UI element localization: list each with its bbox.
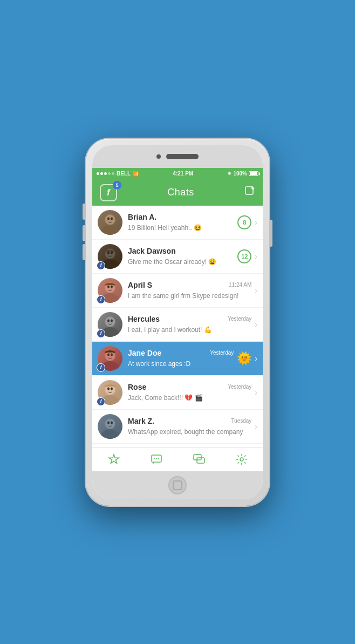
status-left: BELL 📶 xyxy=(97,171,139,177)
compose-button[interactable] xyxy=(244,186,255,199)
chat-content-jack: Jack Dawson Give me the Oscar already! 😩 xyxy=(128,247,234,266)
fb-icon[interactable]: f 5 xyxy=(100,184,117,201)
chat-item-miranda[interactable]: Miranda Grey 13/3/14 › xyxy=(92,444,263,448)
chat-item-jack[interactable]: f Jack Dawson Give me the Oscar already!… xyxy=(92,240,263,274)
unread-badge-brian: 8 xyxy=(237,215,251,229)
avatar-wrap-jack: f xyxy=(98,244,122,269)
chat-item-brian[interactable]: Brian A. 19 Billion! Hell yeahh.. 😆 8 › xyxy=(92,206,263,240)
chevron-jack: › xyxy=(255,252,257,261)
signal-dots xyxy=(97,172,114,175)
bluetooth-icon: ✴ xyxy=(227,171,231,177)
svg-point-22 xyxy=(107,319,110,322)
chat-right-hercules: › xyxy=(255,320,257,329)
chat-item-hercules[interactable]: f Hercules Yesterday I eat, I play and I… xyxy=(92,308,263,342)
svg-point-33 xyxy=(111,387,113,390)
fb-badge: 5 xyxy=(113,181,121,189)
svg-point-12 xyxy=(107,251,110,254)
chat-name-row-hercules: Hercules Yesterday xyxy=(128,315,251,323)
svg-point-38 xyxy=(111,421,113,424)
chat-item-mark[interactable]: Mark Z. Tuesday WhatsApp expired, bought… xyxy=(92,410,263,444)
sun-emoji: 🌞 xyxy=(237,351,251,365)
chat-list: Brian A. 19 Billion! Hell yeahh.. 😆 8 › xyxy=(92,206,263,448)
nav-settings[interactable] xyxy=(236,453,248,465)
signal-dot-2 xyxy=(100,172,103,175)
chat-right-april: › xyxy=(255,286,257,295)
chat-preview-mark: WhatsApp expired, bought the company xyxy=(128,428,243,436)
svg-point-6 xyxy=(105,215,115,225)
header-title: Chats xyxy=(167,187,194,198)
signal-dot-5 xyxy=(112,172,114,175)
chevron-brian: › xyxy=(255,218,257,227)
nav-favorites[interactable] xyxy=(108,453,120,465)
svg-point-45 xyxy=(154,458,155,459)
fb-badge-rose: f xyxy=(97,397,105,406)
svg-point-46 xyxy=(156,458,157,459)
chevron-mark: › xyxy=(255,422,257,431)
chat-time-rose: Yesterday xyxy=(228,384,251,390)
svg-point-13 xyxy=(111,251,113,254)
svg-point-36 xyxy=(105,419,115,429)
svg-point-47 xyxy=(158,458,159,459)
chat-name-jane: Jane Doe xyxy=(128,349,161,357)
status-time: 4:21 PM xyxy=(173,171,193,177)
chat-name-row-mark: Mark Z. Tuesday xyxy=(128,417,251,425)
chat-time-mark: Tuesday xyxy=(231,418,251,424)
svg-rect-48 xyxy=(194,455,201,460)
chat-name-row-jane: Jane Doe Yesterday xyxy=(128,349,234,357)
fb-badge-hercules: f xyxy=(97,329,105,338)
chat-name-rose: Rose xyxy=(128,383,146,391)
avatar-wrap-jane: f xyxy=(98,346,122,371)
chat-preview-rose: Jack, Come back!!! 💔 🎬 xyxy=(128,394,203,402)
svg-point-28 xyxy=(111,353,113,356)
chat-item-april[interactable]: f April S 11:24 AM I am the same girl fr… xyxy=(92,274,263,308)
chat-content-hercules: Hercules Yesterday I eat, I play and I w… xyxy=(128,315,251,334)
chat-content-april: April S 11:24 AM I am the same girl frm … xyxy=(128,281,251,300)
phone-top-bar xyxy=(92,145,263,168)
avatar-mark xyxy=(98,414,122,439)
avatar-wrap-rose: f xyxy=(98,380,122,405)
chat-preview-april: I am the same girl frm Skype redesign! xyxy=(128,292,238,300)
carrier-label: BELL xyxy=(117,171,131,177)
chat-name-row-brian: Brian A. xyxy=(128,213,234,221)
avatar-brian xyxy=(98,210,122,235)
camera-dot xyxy=(156,154,161,159)
battery-label: 100% xyxy=(233,171,247,177)
avatar-wrap-mark xyxy=(98,414,122,439)
chat-right-rose: › xyxy=(255,388,257,397)
phone-bottom-bar xyxy=(92,471,263,499)
chat-right-jane: 🌞 › xyxy=(237,351,257,365)
chat-right-mark: › xyxy=(255,422,257,431)
status-bar: BELL 📶 4:21 PM ✴ 100% xyxy=(92,168,263,180)
svg-point-23 xyxy=(111,319,113,322)
fb-badge-jack: f xyxy=(97,261,105,270)
fb-badge-jane: f xyxy=(97,363,105,372)
chat-time-hercules: Yesterday xyxy=(228,316,251,322)
chat-preview-jane: At work since ages :D xyxy=(128,360,190,368)
chat-item-rose[interactable]: f Rose Yesterday Jack, Come back!!! 💔 🎬 … xyxy=(92,376,263,410)
home-button-inner xyxy=(173,480,182,490)
signal-dot-4 xyxy=(108,172,111,175)
chat-content-jane: Jane Doe Yesterday At work since ages :D xyxy=(128,349,234,368)
chat-name-hercules: Hercules xyxy=(128,315,160,323)
svg-point-8 xyxy=(111,217,113,220)
svg-point-35 xyxy=(101,429,119,439)
chat-right-brian: 8 › xyxy=(237,215,257,229)
svg-point-32 xyxy=(107,387,110,390)
avatar-wrap-hercules: f xyxy=(98,312,122,337)
signal-dot-1 xyxy=(97,172,99,175)
fb-badge-april: f xyxy=(97,295,105,304)
chat-right-jack: 12 › xyxy=(237,249,257,263)
status-right: ✴ 100% xyxy=(227,171,258,177)
chat-time-jane: Yesterday xyxy=(210,350,234,356)
chat-preview-hercules: I eat, I play and I workout! 💪 xyxy=(128,326,212,334)
nav-chats[interactable] xyxy=(193,453,205,465)
svg-point-50 xyxy=(240,458,243,461)
battery-icon xyxy=(249,171,258,176)
chevron-jane: › xyxy=(255,354,257,363)
home-button[interactable] xyxy=(168,476,187,494)
avatar-wrap-brian xyxy=(98,210,122,235)
chat-item-jane[interactable]: f Jane Doe Yesterday At work since ages … xyxy=(92,342,263,376)
nav-messages[interactable] xyxy=(151,453,162,465)
chat-name-row-april: April S 11:24 AM xyxy=(128,281,251,289)
chevron-rose: › xyxy=(255,388,257,397)
